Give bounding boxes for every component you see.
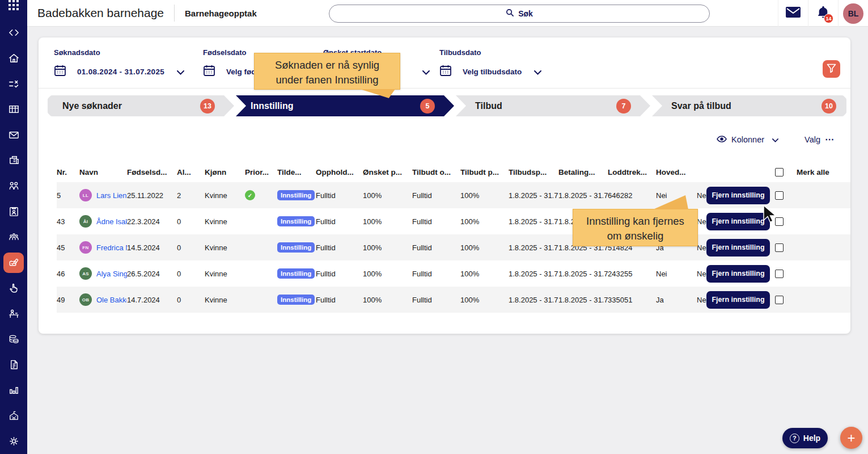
header-nr[interactable]: Nr. xyxy=(57,168,79,176)
cell-onsket-prosent: 100% xyxy=(363,191,412,200)
cell-truncated: Nei xyxy=(697,270,706,278)
sidebar-item-people[interactable] xyxy=(3,173,24,199)
cell-tilbudt-opphold: Fulltid xyxy=(412,270,460,278)
applicant-name-link[interactable]: Fredrica N xyxy=(96,243,127,252)
sidebar-item-group[interactable] xyxy=(3,224,24,250)
messages-button[interactable] xyxy=(778,0,808,27)
header-kjonn[interactable]: Kjønn xyxy=(205,168,245,176)
fjern-innstilling-button[interactable]: Fjern innstilling xyxy=(706,213,770,230)
profile-button[interactable]: BL xyxy=(838,0,868,27)
header-tildelt[interactable]: Tilde... xyxy=(277,168,316,176)
sidebar-item-mail[interactable] xyxy=(3,122,24,148)
cell-navn: FN Fredrica N xyxy=(79,241,127,254)
clipboard-person-icon xyxy=(8,205,20,217)
cell-betalingsperiode: 1.8.2025 - 31.7.2026 xyxy=(558,270,608,278)
cell-tilbudt-opphold: Fulltid xyxy=(412,191,460,200)
header-tilbudt-opphold[interactable]: Tilbudt o... xyxy=(412,168,460,176)
sidebar-item-reception[interactable] xyxy=(3,301,24,326)
header-prioritet[interactable]: Prior... xyxy=(245,168,277,176)
soknadsdato-select[interactable]: 01.08.2024 - 31.07.2025 xyxy=(54,64,184,79)
kolonner-dropdown[interactable]: Kolonner xyxy=(717,135,778,144)
app-launcher-button[interactable] xyxy=(0,0,27,12)
tab-tilbud[interactable]: Tilbud 7 xyxy=(456,95,650,116)
school-icon xyxy=(8,410,20,422)
sidebar-item-home[interactable] xyxy=(3,45,24,71)
cell-nr: 49 xyxy=(57,296,79,304)
fjern-innstilling-button[interactable]: Fjern innstilling xyxy=(706,291,770,309)
row-checkbox[interactable] xyxy=(775,296,784,304)
cell-navn: ÅI Ådne Isak xyxy=(79,215,127,228)
search-input[interactable]: Søk xyxy=(329,5,710,23)
tooltip-fjern-innstilling: Innstilling kan fjernes om ønskelig xyxy=(573,209,698,246)
filter-soknadsdato: Søknadsdato 01.08.2024 - 31.07.2025 xyxy=(54,48,184,79)
cell-tilbudsperiode: 1.8.2025 - 31.7.2026 xyxy=(509,270,558,278)
sidebar-item-calendar[interactable] xyxy=(3,96,24,122)
tooltip-text: Søknaden er nå synlig under fanen Innsti… xyxy=(275,59,379,86)
header-hoved[interactable]: Hoved... xyxy=(656,168,697,176)
cell-onsket-prosent: 100% xyxy=(363,217,412,226)
applicant-name-link[interactable]: Lars Lien xyxy=(96,191,126,200)
header-tilbudt-prosent[interactable]: Tilbudt p... xyxy=(460,168,509,176)
header-fodselsdato[interactable]: Fødselsd... xyxy=(127,168,177,176)
cell-opphold: Fulltid xyxy=(316,296,363,304)
people-icon xyxy=(8,180,20,192)
header-navn[interactable]: Navn xyxy=(79,168,127,176)
applicant-name-link[interactable]: Ådne Isak xyxy=(96,217,127,226)
cell-prioritet: ✓ xyxy=(245,242,277,253)
row-checkbox[interactable] xyxy=(775,243,784,252)
cell-nr: 46 xyxy=(57,270,79,278)
row-checkbox[interactable] xyxy=(775,270,784,278)
header-opphold[interactable]: Opphold... xyxy=(316,168,363,176)
cell-checkbox xyxy=(775,243,792,252)
notifications-button[interactable]: 14 xyxy=(808,0,838,27)
fjern-innstilling-button[interactable]: Fjern innstilling xyxy=(706,187,770,204)
sidebar-item-hand[interactable] xyxy=(3,275,24,301)
tab-nye-soknader[interactable]: Nye søknader 13 xyxy=(48,95,234,116)
header-betaling[interactable]: Betaling... xyxy=(558,168,608,176)
sidebar-item-settings[interactable] xyxy=(3,428,24,454)
valg-menu[interactable]: Valg ⋯ xyxy=(805,135,835,144)
calendar-icon xyxy=(439,64,452,79)
tab-count-badge: 5 xyxy=(420,99,435,114)
sidebar-item-admission-active[interactable] xyxy=(3,250,24,275)
cell-action: Fjern innstilling xyxy=(706,291,775,309)
cell-onsket-prosent: 100% xyxy=(363,243,412,252)
envelope-icon xyxy=(786,7,801,20)
cell-fodselsdato: 26.5.2024 xyxy=(127,270,177,278)
filter-button[interactable] xyxy=(823,60,840,78)
table-controls: Kolonner Valg ⋯ xyxy=(39,132,850,147)
tab-innstilling-active[interactable]: Innstilling 5 xyxy=(236,95,454,116)
applicant-name-link[interactable]: Ole Bakke xyxy=(96,296,127,304)
sidebar-item-school[interactable] xyxy=(3,403,24,428)
applicant-name-link[interactable]: Alya Singh xyxy=(96,270,127,278)
tilbudsdato-select[interactable]: Velg tilbudsdato xyxy=(439,64,541,79)
help-button[interactable]: ? Help xyxy=(782,428,828,448)
sidebar-item-coins[interactable] xyxy=(3,326,24,352)
header-onsket-prosent[interactable]: Ønsket p... xyxy=(363,168,412,176)
sidebar-item-clipboard[interactable] xyxy=(3,199,24,224)
add-button[interactable]: + xyxy=(840,427,862,449)
header-tilbudsperiode[interactable]: Tilbudsp... xyxy=(509,168,558,176)
sidebar-item-checklist[interactable] xyxy=(3,71,24,96)
sidebar-item-statistics[interactable] xyxy=(3,377,24,403)
sidebar-item-document[interactable] xyxy=(3,352,24,377)
status-badge: Innstilling xyxy=(277,295,315,305)
status-badge: Innstilling xyxy=(277,216,315,226)
fjern-innstilling-button[interactable]: Fjern innstilling xyxy=(706,239,770,257)
cell-tilbudt-prosent: 100% xyxy=(460,217,509,226)
header-loddtrekk[interactable]: Loddtrek... xyxy=(608,168,656,176)
fjern-innstilling-button[interactable]: Fjern innstilling xyxy=(706,265,770,283)
tab-count-badge: 7 xyxy=(616,99,631,114)
merk-alle-label: Merk alle xyxy=(797,168,829,176)
cell-kjonn: Kvinne xyxy=(205,191,245,200)
merk-alle-checkbox[interactable] xyxy=(775,168,784,176)
sidebar-item-fax[interactable] xyxy=(3,148,24,173)
row-checkbox[interactable] xyxy=(775,191,784,200)
search-label: Søk xyxy=(518,9,533,18)
chevron-down-icon xyxy=(422,67,430,77)
code-icon xyxy=(8,27,20,39)
tab-svar-pa-tilbud[interactable]: Svar på tilbud 10 xyxy=(652,95,846,116)
sidebar-item-code[interactable] xyxy=(3,20,24,45)
header-alder[interactable]: Al... xyxy=(177,168,205,176)
status-badge: Innstilling xyxy=(277,268,315,279)
